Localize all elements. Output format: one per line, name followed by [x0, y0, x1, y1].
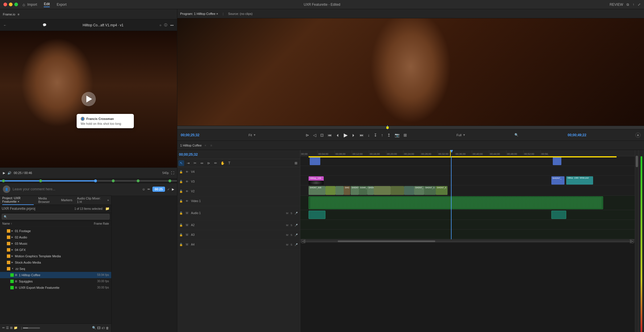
timeline-menu-icon[interactable]: ≡ [210, 144, 212, 147]
mark-out-button[interactable]: ◁ [313, 132, 317, 138]
v-scroll-thumb[interactable] [636, 156, 638, 167]
overwrite-button[interactable]: ↧ [373, 132, 378, 138]
send-icon[interactable]: ▶ [172, 187, 174, 191]
comment-input[interactable] [13, 187, 140, 191]
clip-v1-8[interactable] [374, 186, 391, 195]
record-btn-a1[interactable]: 🎤 [294, 212, 298, 215]
solo-btn-a1[interactable]: S [290, 212, 293, 215]
viewer-circle-icon[interactable]: ○ [160, 23, 162, 27]
expand-icon[interactable]: ⧉ [627, 3, 629, 7]
clip-a2-2[interactable] [551, 211, 567, 219]
maximize-button[interactable] [14, 3, 18, 6]
list-item[interactable]: ▶ Stock Audio Media [0, 259, 111, 266]
clip-v1-6[interactable]: SGNR_S0 [359, 186, 367, 195]
mark-in-button[interactable]: ⊳ [305, 132, 310, 138]
scroll-right-btn[interactable]: ▷ [630, 239, 634, 243]
text-tool[interactable]: T [226, 160, 232, 166]
trash-icon[interactable]: 🗑 [106, 326, 109, 330]
lift-button[interactable]: ↑ [381, 132, 384, 138]
mark-clip-button[interactable]: ⊡ [320, 132, 324, 138]
playhead-dot[interactable] [94, 179, 97, 182]
tab-media-browser[interactable]: Media Browser [38, 195, 57, 205]
track-row-a4[interactable] [300, 230, 635, 239]
track-lock-v2[interactable]: 🔓 [179, 189, 183, 193]
extra-button[interactable]: ⊞ [403, 132, 408, 138]
play-pause-button[interactable]: ▶ [343, 131, 348, 139]
viewer-info-icon[interactable]: ⓘ [164, 23, 167, 27]
clip-audio1[interactable] [309, 196, 603, 209]
project-search[interactable] [2, 214, 110, 220]
fullscreen-icon[interactable]: ⤢ [638, 3, 641, 7]
list-item[interactable]: ⊞ Squiggles 30.00 fps [0, 278, 111, 284]
export-frame-button[interactable]: 📷 [394, 132, 400, 138]
slip-tool[interactable]: ⇔ [199, 160, 205, 166]
solo-btn-a3[interactable]: S [290, 233, 293, 237]
track-row-a2[interactable] [300, 210, 635, 220]
comment-marker-5[interactable] [168, 179, 171, 182]
close-button[interactable] [3, 3, 7, 6]
list-item[interactable]: ▶ Motion Graphics Template Media [0, 253, 111, 259]
share-icon[interactable]: ↑ [633, 3, 634, 7]
track-lock-v1[interactable]: 🔓 [179, 199, 183, 203]
comment-marker-3[interactable] [112, 179, 115, 182]
clip-v1-13[interactable]: SHGN7_S [436, 186, 448, 195]
new-folder-icon[interactable]: 📁 [105, 207, 110, 211]
clip-v1-5[interactable]: SHGN7 [351, 186, 359, 195]
search-icon[interactable]: 🔍 [92, 326, 96, 330]
clip-v1-3[interactable] [335, 186, 344, 195]
mute-btn-a3[interactable]: M [285, 233, 289, 237]
pencil-icon[interactable]: ✏ [2, 326, 5, 330]
clip-v4-1[interactable] [310, 157, 320, 165]
solo-btn-a4[interactable]: S [290, 243, 293, 246]
fullscreen-btn[interactable]: ⛶ [171, 171, 174, 175]
track-lock-v3[interactable]: 🔓 [179, 180, 183, 184]
track-vis-a3[interactable]: M [185, 233, 189, 237]
zoom-icon[interactable]: 🔍 [514, 133, 518, 137]
step-forward-many-button[interactable]: ⏭ [359, 132, 364, 138]
razor-tool[interactable]: ✂ [192, 160, 198, 166]
list-item[interactable]: ▶ 04 GFX [0, 247, 111, 253]
track-lock-a1[interactable]: 🔓 [179, 211, 183, 215]
clip-v1-1[interactable]: SHGN7_S00 [309, 186, 325, 195]
solo-btn-a2[interactable]: S [290, 224, 293, 227]
list-item[interactable]: ▼ zz Seq [0, 266, 111, 272]
step-back-many-button[interactable]: ⏮ [327, 132, 332, 138]
monitor-scrubber[interactable] [177, 126, 644, 129]
grid-view-icon[interactable]: ⊞ [10, 326, 13, 330]
list-item-active[interactable]: ⊞ 1 Hilltop Coffee 59.94 fps [0, 272, 111, 278]
nav-export[interactable]: Export [57, 3, 67, 7]
timeline-close-icon[interactable]: × [204, 144, 206, 147]
clip-v1-2[interactable] [325, 186, 335, 195]
pen-tool[interactable]: ✏ [213, 160, 218, 166]
panel-more-icon[interactable]: » [107, 198, 109, 202]
list-item[interactable]: ▶ 01 Footage [0, 228, 111, 234]
track-vis-v2[interactable]: 👁 [185, 189, 189, 193]
comment-marker-1[interactable] [2, 179, 5, 182]
list-item[interactable]: ▶ 03 Music [0, 240, 111, 247]
home-icon[interactable]: ⌂ [23, 2, 25, 7]
review-button[interactable]: REVIEW [610, 3, 623, 7]
ripple-tool[interactable]: ⇥ [185, 160, 191, 166]
resolution-selector[interactable]: 540p [162, 171, 169, 175]
clip-v1-11[interactable]: SHGN7_ [414, 186, 424, 195]
add-button[interactable]: + [635, 133, 641, 138]
clip-v1-4[interactable]: SHG [344, 186, 350, 195]
list-item[interactable]: ▶ 02 Audio [0, 234, 111, 240]
track-vis-v1[interactable]: 👁 [185, 199, 189, 203]
insert-button[interactable]: ↓ [367, 132, 370, 138]
track-row-v1[interactable]: SHGN7_S00 SHG SHGN7 SGNR_S0 [300, 185, 635, 196]
step-back-button[interactable]: ⏴ [335, 132, 340, 138]
minimize-button[interactable] [9, 3, 13, 6]
folder-icon[interactable]: 📁 [14, 326, 18, 330]
track-vis-a1[interactable]: M [185, 211, 189, 215]
comment-timecode[interactable]: 00:25 [152, 187, 165, 192]
track-vis-a4[interactable]: M [185, 243, 189, 247]
mute-btn-a2[interactable]: M [285, 224, 289, 227]
label-icon[interactable]: 🏷 [102, 326, 105, 330]
h-scroll-track[interactable] [305, 240, 630, 242]
record-btn-a4[interactable]: 🎤 [294, 243, 298, 246]
clip-a2-1[interactable] [309, 211, 325, 219]
clip-v1-12[interactable]: SHGN7_S [424, 186, 436, 195]
tab-project[interactable]: Project: UXR Featurette × [2, 195, 34, 205]
step-forward-button[interactable]: ⏵ [351, 132, 356, 138]
